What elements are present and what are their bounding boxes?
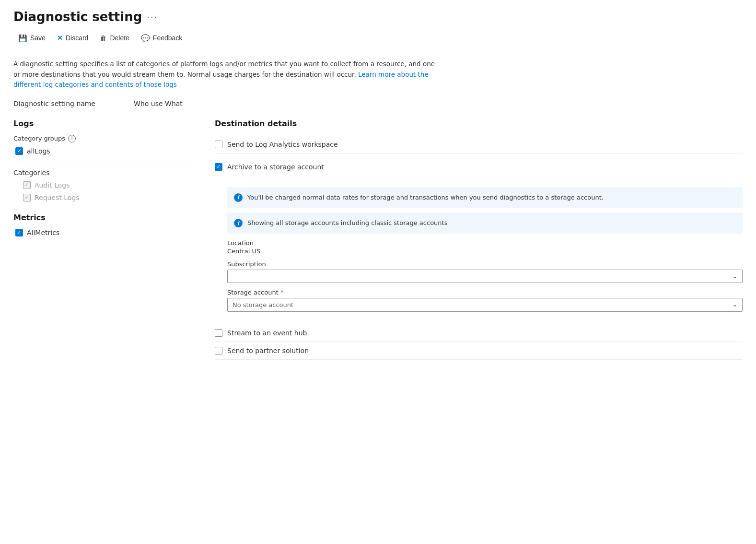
description-block: A diagnostic setting specifies a list of… <box>13 59 435 90</box>
toolbar: 💾 Save ✕ Discard 🗑 Delete 💬 Feedback <box>13 32 743 51</box>
event-hub-row: Stream to an event hub <box>215 324 743 342</box>
feedback-label: Feedback <box>153 34 182 42</box>
delete-button[interactable]: 🗑 Delete <box>95 32 134 44</box>
delete-icon: 🗑 <box>100 35 107 42</box>
discard-button[interactable]: ✕ Discard <box>52 32 93 44</box>
log-analytics-label: Send to Log Analytics workspace <box>227 141 338 148</box>
page-title: Diagnostic setting ··· <box>13 10 743 24</box>
logs-divider <box>13 162 196 162</box>
archive-checkbox-row: Archive to a storage account <box>215 158 743 176</box>
save-button[interactable]: 💾 Save <box>13 32 50 44</box>
partner-checkbox[interactable] <box>215 347 222 355</box>
category-groups-label: Category groups <box>13 135 65 142</box>
left-panel: Logs Category groups i allLogs Categorie… <box>13 119 196 360</box>
log-analytics-checkbox[interactable] <box>215 141 222 148</box>
page-title-ellipsis: ··· <box>147 12 158 22</box>
audit-logs-row: Audit Logs <box>23 181 196 189</box>
audit-logs-checkbox[interactable] <box>23 181 31 189</box>
all-metrics-label: AllMetrics <box>27 229 59 237</box>
event-hub-checkbox[interactable] <box>215 329 222 337</box>
feedback-icon: 💬 <box>141 35 150 42</box>
storage-account-placeholder: No storage account <box>233 301 293 308</box>
archive-storage-row: Archive to a storage account You'll be c… <box>215 154 743 317</box>
all-logs-row: allLogs <box>15 147 196 155</box>
save-icon: 💾 <box>18 35 27 42</box>
setting-name-row: Diagnostic setting name Who use What <box>13 100 743 107</box>
all-metrics-checkbox[interactable] <box>15 229 23 237</box>
all-logs-label: allLogs <box>27 147 50 155</box>
storage-info-box-2: Showing all storage accounts including c… <box>227 213 743 234</box>
delete-label: Delete <box>110 34 129 42</box>
location-label: Location <box>227 239 743 247</box>
setting-name-value: Who use What <box>134 100 183 107</box>
info-box-text-1: You'll be charged normal data rates for … <box>247 193 604 202</box>
storage-account-chevron-icon: ⌄ <box>733 301 737 308</box>
categories-section: Categories Audit Logs Request Logs <box>13 169 196 201</box>
categories-heading: Categories <box>13 169 196 177</box>
discard-icon: ✕ <box>57 35 63 41</box>
request-logs-label: Request Logs <box>35 194 80 201</box>
storage-info-box-1: You'll be charged normal data rates for … <box>227 187 743 208</box>
category-groups-subheading: Category groups i <box>13 135 196 142</box>
storage-account-label: Storage account <box>227 289 743 296</box>
partner-label: Send to partner solution <box>227 347 309 355</box>
storage-subpanel: You'll be charged normal data rates for … <box>215 182 743 312</box>
category-groups-info-icon[interactable]: i <box>68 135 76 142</box>
event-hub-label: Stream to an event hub <box>227 329 307 337</box>
metrics-section: Metrics AllMetrics <box>13 213 196 237</box>
request-logs-row: Request Logs <box>23 194 196 201</box>
partner-solution-row: Send to partner solution <box>215 342 743 360</box>
feedback-button[interactable]: 💬 Feedback <box>136 32 187 44</box>
info-icon-1 <box>234 193 243 202</box>
log-analytics-row: Send to Log Analytics workspace <box>215 136 743 154</box>
right-panel: Destination details Send to Log Analytic… <box>215 119 743 360</box>
audit-logs-label: Audit Logs <box>35 181 70 189</box>
discard-label: Discard <box>66 34 88 42</box>
storage-account-dropdown[interactable]: No storage account ⌄ <box>227 298 743 312</box>
archive-storage-checkbox[interactable] <box>215 163 222 171</box>
archive-storage-label: Archive to a storage account <box>227 163 324 171</box>
subscription-chevron-icon: ⌄ <box>733 273 737 280</box>
subscription-label: Subscription <box>227 260 743 268</box>
save-label: Save <box>30 34 46 42</box>
info-icon-2 <box>234 219 243 227</box>
subscription-dropdown[interactable]: ⌄ <box>227 270 743 283</box>
setting-name-label: Diagnostic setting name <box>13 100 95 107</box>
logs-heading: Logs <box>13 119 196 128</box>
request-logs-checkbox[interactable] <box>23 194 31 201</box>
location-value: Central US <box>227 248 743 255</box>
metrics-heading: Metrics <box>13 213 196 222</box>
main-layout: Logs Category groups i allLogs Categorie… <box>13 119 743 360</box>
all-metrics-row: AllMetrics <box>15 229 196 237</box>
info-box-text-2: Showing all storage accounts including c… <box>247 218 447 228</box>
destination-heading: Destination details <box>215 119 743 128</box>
all-logs-checkbox[interactable] <box>15 147 23 155</box>
page-title-text: Diagnostic setting <box>13 10 142 24</box>
